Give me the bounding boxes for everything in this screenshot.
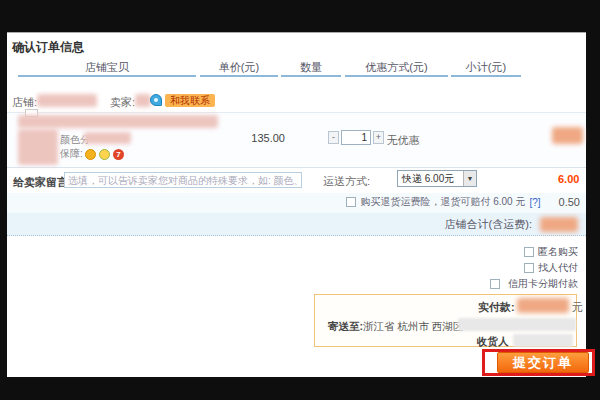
ship-to-label: 寄送至: [328, 320, 363, 332]
insurance-fee: 0.50 [559, 196, 580, 208]
option-anonymous: 匿名购买 [524, 246, 578, 257]
flower-icon [99, 149, 110, 160]
actual-payment-redacted [517, 298, 569, 313]
chevron-down-icon[interactable]: ▼ [463, 171, 476, 186]
ship-to-line: 寄送至:浙江省 杭州市 西湖区 [328, 320, 463, 334]
address-detail-redacted [458, 318, 576, 331]
pay-for-me-checkbox[interactable] [524, 263, 534, 273]
option-installment: 信用卡分期付款 [490, 278, 578, 289]
receiver-label: 收货人 [477, 335, 509, 349]
column-header-quantity: 数量 [281, 59, 341, 77]
medal-icon [85, 149, 96, 160]
seven-day-return-icon: 7 [113, 149, 124, 160]
quantity-stepper: - + [328, 130, 384, 145]
currency-label: 元 [572, 300, 583, 315]
wangwang-chat-icon[interactable] [150, 94, 162, 106]
shop-label: 店铺: [12, 95, 37, 110]
shop-total-label: 店铺合计(含运费): [445, 217, 532, 232]
shipping-selected-option: 快递 6.00元 [398, 172, 463, 186]
subtotal-redacted [552, 127, 583, 144]
option-label: 找人代付 [538, 261, 578, 275]
option-pay-for-me: 找人代付 [524, 262, 578, 273]
ship-to-address: 浙江省 杭州市 西湖区 [363, 320, 463, 332]
quantity-minus-button[interactable]: - [328, 131, 339, 144]
quantity-input[interactable] [341, 130, 371, 145]
order-options: 匿名购买 找人代付 信用卡分期付款 [490, 246, 578, 289]
seller-label: 卖家: [110, 95, 135, 110]
insurance-text: 购买退货运费险，退货可赔付 6.00 元 [360, 195, 525, 209]
receiver-name-redacted [513, 334, 573, 347]
message-label: 给卖家留言: [13, 175, 72, 190]
shop-total-redacted [540, 217, 578, 232]
installment-checkbox[interactable] [490, 279, 500, 289]
discount-value: 无优惠 [378, 133, 428, 148]
product-image-redacted [18, 129, 58, 165]
option-label: 信用卡分期付款 [508, 277, 578, 291]
column-header-discount: 优惠方式(元) [345, 59, 448, 77]
page-title: 确认订单信息 [12, 39, 84, 56]
guarantee-icons: 7 [85, 145, 127, 163]
column-header-item: 店铺宝贝 [18, 59, 196, 77]
order-confirm-panel: 确认订单信息 店铺宝贝 单价(元) 数量 优惠方式(元) 小计(元) 店铺: 卖… [7, 32, 586, 377]
column-header-subtotal: 小计(元) [451, 59, 521, 77]
actual-payment-label: 实付款: [478, 300, 515, 315]
contact-seller-button[interactable]: 和我联系 [165, 94, 215, 107]
insurance-checkbox[interactable] [346, 197, 356, 207]
insurance-help-link[interactable]: [?] [529, 197, 540, 208]
shipping-label: 运送方式: [323, 174, 370, 189]
message-input[interactable] [64, 172, 302, 188]
insurance-row: 购买退货运费险，退货可赔付 6.00 元 [?] 0.50 [346, 195, 580, 209]
shop-name-redacted [37, 94, 97, 107]
seller-name-redacted [135, 94, 151, 107]
column-header-unit-price: 单价(元) [200, 59, 278, 77]
product-title-redacted [18, 115, 218, 128]
shipping-select[interactable]: 快递 6.00元 ▼ [397, 170, 477, 187]
shipping-fee: 6.00 [558, 173, 579, 185]
product-sku-redacted [84, 132, 131, 144]
guarantee-label: 保障: [60, 147, 83, 161]
option-label: 匿名购买 [538, 245, 578, 259]
anonymous-checkbox[interactable] [524, 247, 534, 257]
submit-order-button[interactable]: 提交订单 [497, 352, 589, 373]
unit-price: 135.00 [235, 132, 285, 144]
shop-total-row: 店铺合计(含运费): [445, 217, 578, 232]
